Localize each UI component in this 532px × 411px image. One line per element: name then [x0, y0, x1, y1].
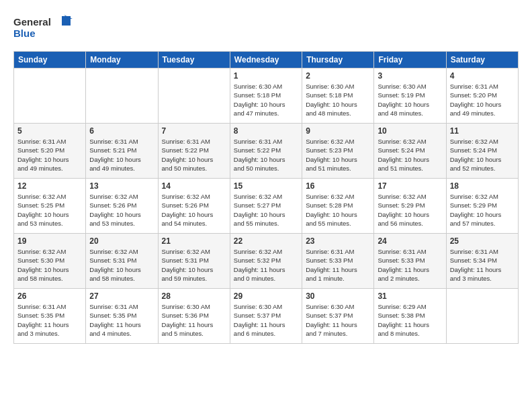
day-number: 5: [17, 126, 82, 136]
day-number: 17: [378, 181, 442, 191]
header: General Blue: [13, 13, 519, 43]
calendar-cell: 24Sunrise: 6:31 AM Sunset: 5:33 PM Dayli…: [374, 234, 446, 289]
calendar-cell: 1Sunrise: 6:30 AM Sunset: 5:18 PM Daylig…: [230, 68, 302, 124]
calendar-page: General Blue SundayMondayTuesdayWednesda…: [0, 0, 532, 411]
calendar-cell: 19Sunrise: 6:32 AM Sunset: 5:30 PM Dayli…: [14, 234, 86, 289]
weekday-header-row: SundayMondayTuesdayWednesdayThursdayFrid…: [14, 52, 519, 68]
logo: General Blue: [13, 13, 87, 43]
weekday-header-saturday: Saturday: [446, 52, 518, 68]
calendar-cell: [14, 68, 86, 124]
calendar-cell: 10Sunrise: 6:32 AM Sunset: 5:24 PM Dayli…: [374, 124, 446, 179]
day-number: 22: [234, 236, 298, 246]
day-number: 3: [378, 71, 442, 81]
calendar-cell: [158, 68, 230, 124]
calendar-cell: 28Sunrise: 6:30 AM Sunset: 5:36 PM Dayli…: [158, 289, 230, 344]
day-number: 24: [378, 236, 442, 246]
calendar-cell: 16Sunrise: 6:32 AM Sunset: 5:28 PM Dayli…: [302, 179, 374, 234]
calendar-cell: 22Sunrise: 6:32 AM Sunset: 5:32 PM Dayli…: [230, 234, 302, 289]
day-number: 23: [306, 236, 370, 246]
day-info: Sunrise: 6:32 AM Sunset: 5:27 PM Dayligh…: [234, 192, 298, 228]
day-info: Sunrise: 6:31 AM Sunset: 5:20 PM Dayligh…: [17, 137, 82, 173]
day-number: 20: [89, 236, 154, 246]
calendar-cell: 15Sunrise: 6:32 AM Sunset: 5:27 PM Dayli…: [230, 179, 302, 234]
day-info: Sunrise: 6:32 AM Sunset: 5:31 PM Dayligh…: [162, 247, 226, 283]
day-info: Sunrise: 6:32 AM Sunset: 5:29 PM Dayligh…: [450, 192, 515, 228]
day-info: Sunrise: 6:31 AM Sunset: 5:21 PM Dayligh…: [89, 137, 154, 173]
day-info: Sunrise: 6:32 AM Sunset: 5:31 PM Dayligh…: [89, 247, 154, 283]
week-row-3: 12Sunrise: 6:32 AM Sunset: 5:25 PM Dayli…: [14, 179, 519, 234]
day-number: 6: [89, 126, 154, 136]
day-number: 11: [450, 126, 515, 136]
svg-text:Blue: Blue: [13, 28, 36, 39]
calendar-cell: 8Sunrise: 6:31 AM Sunset: 5:22 PM Daylig…: [230, 124, 302, 179]
day-info: Sunrise: 6:31 AM Sunset: 5:35 PM Dayligh…: [89, 302, 154, 338]
day-number: 12: [17, 181, 82, 191]
day-number: 15: [234, 181, 298, 191]
day-info: Sunrise: 6:32 AM Sunset: 5:30 PM Dayligh…: [17, 247, 82, 283]
calendar-table: SundayMondayTuesdayWednesdayThursdayFrid…: [13, 51, 519, 344]
day-info: Sunrise: 6:30 AM Sunset: 5:18 PM Dayligh…: [306, 82, 370, 118]
day-info: Sunrise: 6:32 AM Sunset: 5:29 PM Dayligh…: [378, 192, 442, 228]
day-number: 29: [234, 291, 298, 301]
day-info: Sunrise: 6:30 AM Sunset: 5:36 PM Dayligh…: [162, 302, 226, 338]
calendar-cell: 17Sunrise: 6:32 AM Sunset: 5:29 PM Dayli…: [374, 179, 446, 234]
calendar-cell: 6Sunrise: 6:31 AM Sunset: 5:21 PM Daylig…: [86, 124, 158, 179]
day-info: Sunrise: 6:31 AM Sunset: 5:33 PM Dayligh…: [306, 247, 370, 283]
weekday-header-monday: Monday: [86, 52, 158, 68]
calendar-cell: 14Sunrise: 6:32 AM Sunset: 5:26 PM Dayli…: [158, 179, 230, 234]
day-number: 16: [306, 181, 370, 191]
day-number: 4: [450, 71, 515, 81]
day-number: 27: [89, 291, 154, 301]
day-number: 18: [450, 181, 515, 191]
day-number: 25: [450, 236, 515, 246]
svg-text:General: General: [13, 16, 51, 28]
day-info: Sunrise: 6:32 AM Sunset: 5:26 PM Dayligh…: [89, 192, 154, 228]
calendar-cell: 3Sunrise: 6:30 AM Sunset: 5:19 PM Daylig…: [374, 68, 446, 124]
calendar-cell: 9Sunrise: 6:32 AM Sunset: 5:23 PM Daylig…: [302, 124, 374, 179]
day-info: Sunrise: 6:31 AM Sunset: 5:20 PM Dayligh…: [450, 82, 515, 118]
day-info: Sunrise: 6:32 AM Sunset: 5:24 PM Dayligh…: [450, 137, 515, 173]
day-info: Sunrise: 6:30 AM Sunset: 5:37 PM Dayligh…: [234, 302, 298, 338]
day-number: 26: [17, 291, 82, 301]
calendar-cell: 20Sunrise: 6:32 AM Sunset: 5:31 PM Dayli…: [86, 234, 158, 289]
day-info: Sunrise: 6:30 AM Sunset: 5:18 PM Dayligh…: [234, 82, 298, 118]
day-info: Sunrise: 6:31 AM Sunset: 5:35 PM Dayligh…: [17, 302, 82, 338]
calendar-cell: 30Sunrise: 6:30 AM Sunset: 5:37 PM Dayli…: [302, 289, 374, 344]
day-info: Sunrise: 6:32 AM Sunset: 5:32 PM Dayligh…: [234, 247, 298, 283]
day-number: 14: [162, 181, 226, 191]
calendar-cell: 25Sunrise: 6:31 AM Sunset: 5:34 PM Dayli…: [446, 234, 518, 289]
day-number: 1: [234, 71, 298, 81]
week-row-2: 5Sunrise: 6:31 AM Sunset: 5:20 PM Daylig…: [14, 124, 519, 179]
day-info: Sunrise: 6:32 AM Sunset: 5:26 PM Dayligh…: [162, 192, 226, 228]
day-info: Sunrise: 6:29 AM Sunset: 5:38 PM Dayligh…: [378, 302, 442, 338]
day-number: 9: [306, 126, 370, 136]
day-number: 13: [89, 181, 154, 191]
calendar-cell: 27Sunrise: 6:31 AM Sunset: 5:35 PM Dayli…: [86, 289, 158, 344]
calendar-cell: 29Sunrise: 6:30 AM Sunset: 5:37 PM Dayli…: [230, 289, 302, 344]
calendar-cell: 18Sunrise: 6:32 AM Sunset: 5:29 PM Dayli…: [446, 179, 518, 234]
day-info: Sunrise: 6:31 AM Sunset: 5:34 PM Dayligh…: [450, 247, 515, 283]
calendar-cell: 12Sunrise: 6:32 AM Sunset: 5:25 PM Dayli…: [14, 179, 86, 234]
day-number: 31: [378, 291, 442, 301]
weekday-header-tuesday: Tuesday: [158, 52, 230, 68]
day-info: Sunrise: 6:32 AM Sunset: 5:25 PM Dayligh…: [17, 192, 82, 228]
calendar-cell: 7Sunrise: 6:31 AM Sunset: 5:22 PM Daylig…: [158, 124, 230, 179]
calendar-cell: 4Sunrise: 6:31 AM Sunset: 5:20 PM Daylig…: [446, 68, 518, 124]
week-row-1: 1Sunrise: 6:30 AM Sunset: 5:18 PM Daylig…: [14, 68, 519, 124]
calendar-cell: 13Sunrise: 6:32 AM Sunset: 5:26 PM Dayli…: [86, 179, 158, 234]
day-number: 28: [162, 291, 226, 301]
day-info: Sunrise: 6:32 AM Sunset: 5:23 PM Dayligh…: [306, 137, 370, 173]
day-info: Sunrise: 6:30 AM Sunset: 5:19 PM Dayligh…: [378, 82, 442, 118]
week-row-4: 19Sunrise: 6:32 AM Sunset: 5:30 PM Dayli…: [14, 234, 519, 289]
calendar-cell: [86, 68, 158, 124]
day-number: 2: [306, 71, 370, 81]
day-info: Sunrise: 6:32 AM Sunset: 5:24 PM Dayligh…: [378, 137, 442, 173]
weekday-header-sunday: Sunday: [14, 52, 86, 68]
calendar-cell: [446, 289, 518, 344]
day-info: Sunrise: 6:32 AM Sunset: 5:28 PM Dayligh…: [306, 192, 370, 228]
week-row-5: 26Sunrise: 6:31 AM Sunset: 5:35 PM Dayli…: [14, 289, 519, 344]
day-number: 10: [378, 126, 442, 136]
calendar-cell: 31Sunrise: 6:29 AM Sunset: 5:38 PM Dayli…: [374, 289, 446, 344]
day-number: 7: [162, 126, 226, 136]
day-info: Sunrise: 6:30 AM Sunset: 5:37 PM Dayligh…: [306, 302, 370, 338]
